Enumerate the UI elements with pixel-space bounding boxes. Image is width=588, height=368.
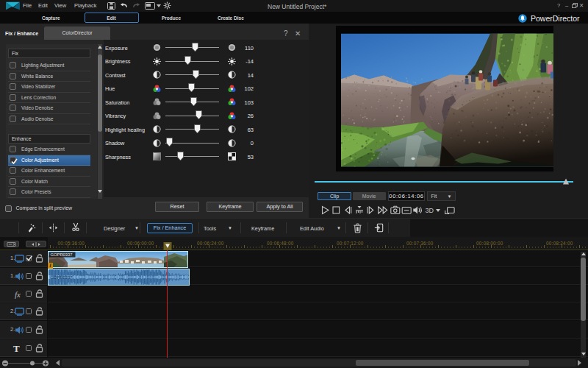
svg-text:GOPR0337: GOPR0337 <box>51 275 73 280</box>
svg-text:GOPR0337: GOPR0337 <box>51 252 73 257</box>
svg-text:3D: 3D <box>426 207 434 214</box>
